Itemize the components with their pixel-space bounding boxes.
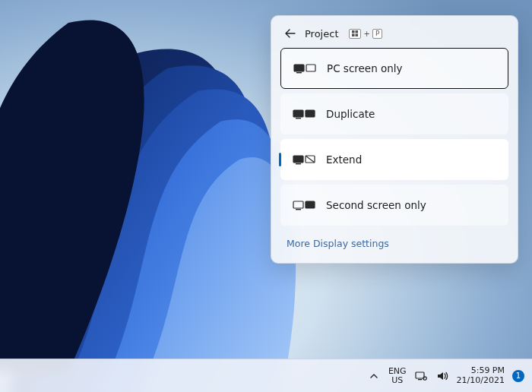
lang-top: ENG <box>388 367 407 376</box>
win-key-icon <box>349 29 361 39</box>
svg-rect-18 <box>418 379 422 380</box>
svg-rect-12 <box>296 163 301 164</box>
option-label: Extend <box>326 153 362 166</box>
svg-rect-17 <box>416 372 424 378</box>
svg-rect-2 <box>356 30 359 33</box>
svg-rect-7 <box>306 65 315 71</box>
svg-rect-3 <box>352 34 355 37</box>
project-flyout-title: Project <box>305 28 338 40</box>
duplicate-icon <box>293 107 315 121</box>
option-label: PC screen only <box>327 62 403 74</box>
language-indicator[interactable]: ENG US <box>388 367 407 384</box>
svg-rect-9 <box>296 118 301 119</box>
svg-rect-16 <box>306 201 315 208</box>
option-label: Second screen only <box>326 199 426 211</box>
svg-rect-14 <box>293 201 303 208</box>
p-key: P <box>372 29 382 39</box>
lang-bottom: US <box>388 376 407 385</box>
svg-rect-1 <box>352 30 355 33</box>
plus-icon: + <box>363 30 370 38</box>
tray-overflow-chevron-icon[interactable] <box>367 369 381 383</box>
svg-rect-6 <box>296 72 302 73</box>
svg-rect-8 <box>293 110 303 117</box>
time: 5:59 PM <box>457 366 505 376</box>
option-pc-screen-only[interactable]: PC screen only <box>280 48 508 89</box>
option-duplicate[interactable]: Duplicate <box>280 93 508 134</box>
option-label: Duplicate <box>326 108 375 120</box>
option-extend[interactable]: Extend <box>280 139 508 180</box>
option-second-screen-only[interactable]: Second screen only <box>280 185 508 226</box>
clock[interactable]: 5:59 PM 21/10/2021 <box>457 366 505 385</box>
network-icon[interactable] <box>414 369 428 383</box>
project-options-list: PC screen only Duplicate <box>276 48 513 226</box>
taskbar: ENG US 5:59 PM 21/10/2021 1 <box>0 359 532 392</box>
notification-badge[interactable]: 1 <box>512 370 524 382</box>
date: 21/10/2021 <box>457 376 505 386</box>
shortcut-hint: + P <box>349 29 382 39</box>
svg-rect-4 <box>356 34 359 37</box>
svg-rect-10 <box>306 110 315 117</box>
volume-icon[interactable] <box>435 369 449 383</box>
svg-rect-5 <box>294 65 304 71</box>
back-arrow-icon[interactable] <box>283 27 297 40</box>
extend-icon <box>293 153 315 166</box>
pc-screen-only-icon <box>293 62 316 75</box>
desktop: TheWindowsClub Project + P <box>0 0 532 392</box>
more-display-settings-link[interactable]: More Display settings <box>276 226 513 258</box>
svg-rect-11 <box>293 156 303 163</box>
project-flyout: Project + P PC screen only <box>271 15 518 264</box>
second-screen-only-icon <box>293 198 315 212</box>
svg-rect-15 <box>296 209 301 210</box>
project-flyout-header: Project + P <box>276 22 513 48</box>
